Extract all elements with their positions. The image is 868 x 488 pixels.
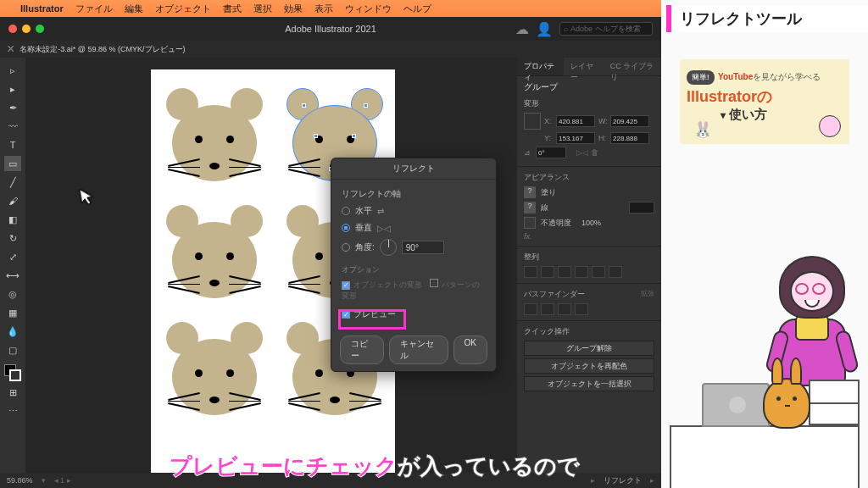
tools-panel: ▹ ▸ ✒ 〰 T ▭ ╱ 🖌 ◧ ↻ ⤢ ⟷ ◎ ▦ 💧 ▢ ⊞ ⋯ xyxy=(0,58,25,473)
angle-input[interactable] xyxy=(536,147,566,158)
tab-properties[interactable]: プロパティ xyxy=(517,58,564,75)
x-input[interactable] xyxy=(556,115,595,127)
pathfinder-minus-icon[interactable] xyxy=(541,303,554,315)
zoom-level[interactable]: 59.86% xyxy=(7,476,33,485)
promo-illustration xyxy=(661,217,868,488)
pathfinder-unite-icon[interactable] xyxy=(524,303,537,315)
vertical-radio[interactable] xyxy=(342,224,350,232)
rotate-tool-icon[interactable]: ↻ xyxy=(4,230,21,246)
close-window-button[interactable] xyxy=(8,25,17,33)
angle-radio[interactable] xyxy=(342,243,350,252)
promo-card: 簡単! YouTubeを見ながら学べる Illustratorの ▾ 使い方 🐰 xyxy=(680,59,849,144)
status-tool: リフレクト xyxy=(604,475,642,486)
stroke-weight-input[interactable] xyxy=(629,202,654,214)
eraser-tool-icon[interactable]: ◧ xyxy=(4,212,21,227)
width-tool-icon[interactable]: ⟷ xyxy=(4,268,21,283)
fill-label: 塗り xyxy=(541,187,556,198)
menu-app[interactable]: Illustrator xyxy=(20,3,64,14)
angle-dial[interactable] xyxy=(380,239,397,256)
maximize-window-button[interactable] xyxy=(36,25,44,33)
promo-badge: 簡単! xyxy=(687,70,715,85)
edit-toolbar-icon[interactable]: ⋯ xyxy=(4,403,21,419)
window-title: Adobe Illustrator 2021 xyxy=(285,24,376,34)
cloud-icon[interactable]: ☁ xyxy=(515,21,529,37)
properties-panel: プロパティ レイヤー CC ライブラリ グループ 変形 X: W: Y: H: xyxy=(517,58,661,473)
pathfinder-intersect-icon[interactable] xyxy=(558,303,571,315)
tab-cc-libraries[interactable]: CC ライブラリ xyxy=(604,58,661,75)
y-input[interactable] xyxy=(556,132,595,144)
fx-label[interactable]: fx. xyxy=(524,232,654,241)
reflect-dialog: リフレクト リフレクトの軸 水平 ⇄ 垂直 ▷◁ 角度: オプション ✓オブジェ… xyxy=(331,158,497,372)
angle-value-input[interactable] xyxy=(402,241,444,254)
menu-edit[interactable]: 編集 xyxy=(125,3,143,15)
align-right-icon[interactable] xyxy=(558,266,571,278)
align-section-title: 整列 xyxy=(524,252,654,263)
preview-label: プレビュー xyxy=(353,308,396,320)
rectangle-tool-icon[interactable]: ▭ xyxy=(4,156,21,171)
horizontal-radio[interactable] xyxy=(342,207,350,215)
align-left-icon[interactable] xyxy=(524,266,537,278)
help-search-input[interactable]: ⌕Adobe ヘルプを検索 xyxy=(559,22,653,36)
mouse-illustration[interactable] xyxy=(159,86,270,188)
transform-patterns-checkbox xyxy=(430,279,438,287)
dialog-title: リフレクト xyxy=(331,158,496,180)
options-label: オプション xyxy=(342,264,486,275)
artboard-tool-icon[interactable]: ▢ xyxy=(4,342,21,358)
cursor-icon xyxy=(78,185,99,212)
user-icon[interactable]: 👤 xyxy=(536,21,553,37)
curvature-tool-icon[interactable]: 〰 xyxy=(4,119,21,134)
w-input[interactable] xyxy=(610,115,649,127)
minimize-window-button[interactable] xyxy=(22,25,31,33)
appearance-section-title: アピアランス xyxy=(524,172,654,183)
pen-tool-icon[interactable]: ✒ xyxy=(4,100,21,115)
align-vcenter-icon[interactable] xyxy=(592,266,605,278)
scale-tool-icon[interactable]: ⤢ xyxy=(4,249,21,264)
selection-tool-icon[interactable]: ▹ xyxy=(4,63,21,78)
promo-title: リフレクトツール xyxy=(666,5,868,32)
menu-file[interactable]: ファイル xyxy=(75,3,113,15)
mouse-illustration[interactable] xyxy=(159,320,270,422)
menu-help[interactable]: ヘルプ xyxy=(403,3,431,15)
align-hcenter-icon[interactable] xyxy=(541,266,554,278)
menu-select[interactable]: 選択 xyxy=(253,3,272,15)
align-bottom-icon[interactable] xyxy=(609,266,622,278)
pathfinder-exclude-icon[interactable] xyxy=(575,303,588,315)
subtitle-caption: プレビューにチェックが入っているので xyxy=(170,452,580,481)
transform-section-title: 変形 xyxy=(524,98,654,109)
select-similar-button[interactable]: オブジェクトを一括選択 xyxy=(524,376,654,391)
opacity-label: 不透明度 xyxy=(541,218,571,229)
selection-type-label: グループ xyxy=(524,81,654,93)
align-top-icon[interactable] xyxy=(575,266,588,278)
mouse-illustration[interactable] xyxy=(159,203,270,305)
promo-sidebar: リフレクトツール 簡単! YouTubeを見ながら学べる Illustrator… xyxy=(661,0,868,488)
gradient-tool-icon[interactable]: ▦ xyxy=(4,305,21,320)
type-tool-icon[interactable]: T xyxy=(4,137,21,152)
menu-window[interactable]: ウィンドウ xyxy=(345,3,392,15)
bunny-mini-icon: 🐰 xyxy=(693,120,712,139)
transform-objects-checkbox: ✓ xyxy=(342,281,350,290)
screen-mode-icon[interactable]: ⊞ xyxy=(4,385,21,400)
quick-actions-title: クイック操作 xyxy=(524,326,654,337)
line-tool-icon[interactable]: ╱ xyxy=(4,175,21,190)
menu-view[interactable]: 表示 xyxy=(314,3,333,15)
menu-type[interactable]: 書式 xyxy=(223,3,242,15)
pathfinder-section-title: パスファインダー xyxy=(524,289,585,300)
tab-layers[interactable]: レイヤー xyxy=(564,58,604,75)
document-tab[interactable]: 名称未設定-3.ai* @ 59.86 % (CMYK/プレビュー) xyxy=(19,44,185,55)
reference-point-icon[interactable] xyxy=(524,113,541,130)
menu-effect[interactable]: 効果 xyxy=(284,3,303,15)
direct-selection-tool-icon[interactable]: ▸ xyxy=(4,81,21,97)
copy-button[interactable]: コピー xyxy=(340,336,384,364)
paintbrush-tool-icon[interactable]: 🖌 xyxy=(4,193,21,208)
stroke-label: 線 xyxy=(541,202,548,214)
h-input[interactable] xyxy=(610,132,649,144)
menu-object[interactable]: オブジェクト xyxy=(155,3,211,15)
recolor-button[interactable]: オブジェクトを再配色 xyxy=(524,358,654,374)
preview-checkbox[interactable]: ✓ xyxy=(342,310,350,319)
cancel-button[interactable]: キャンセル xyxy=(389,336,448,364)
ungroup-button[interactable]: グループ解除 xyxy=(524,341,654,356)
fill-stroke-swatch[interactable] xyxy=(4,364,21,381)
shape-builder-tool-icon[interactable]: ◎ xyxy=(4,286,21,302)
eyedropper-tool-icon[interactable]: 💧 xyxy=(4,324,21,339)
ok-button[interactable]: OK xyxy=(453,336,487,364)
